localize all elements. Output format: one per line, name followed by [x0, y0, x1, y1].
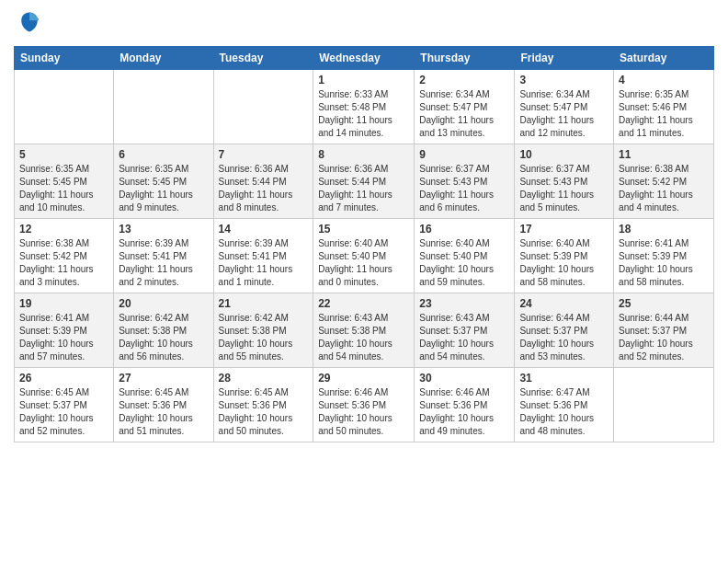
logo-icon	[17, 9, 42, 35]
day-cell: 3Sunrise: 6:34 AM Sunset: 5:47 PM Daylig…	[515, 70, 614, 144]
day-info: Sunrise: 6:39 AM Sunset: 5:41 PM Dayligh…	[119, 237, 208, 289]
day-number: 2	[419, 74, 509, 86]
day-cell: 18Sunrise: 6:41 AM Sunset: 5:39 PM Dayli…	[614, 219, 714, 293]
day-cell: 15Sunrise: 6:40 AM Sunset: 5:40 PM Dayli…	[313, 219, 415, 293]
day-info: Sunrise: 6:45 AM Sunset: 5:37 PM Dayligh…	[19, 386, 108, 438]
day-number: 22	[318, 297, 409, 310]
day-cell: 21Sunrise: 6:42 AM Sunset: 5:38 PM Dayli…	[213, 293, 313, 368]
day-info: Sunrise: 6:37 AM Sunset: 5:43 PM Dayligh…	[419, 163, 509, 214]
day-number: 8	[318, 148, 409, 161]
week-row-4: 19Sunrise: 6:41 AM Sunset: 5:39 PM Dayli…	[15, 293, 714, 368]
day-info: Sunrise: 6:35 AM Sunset: 5:45 PM Dayligh…	[19, 163, 108, 214]
day-number: 30	[419, 372, 509, 385]
day-cell: 9Sunrise: 6:37 AM Sunset: 5:43 PM Daylig…	[415, 144, 515, 219]
day-info: Sunrise: 6:46 AM Sunset: 5:36 PM Dayligh…	[419, 386, 509, 438]
day-info: Sunrise: 6:34 AM Sunset: 5:47 PM Dayligh…	[519, 88, 609, 140]
col-header-tuesday: Tuesday	[213, 47, 313, 70]
day-number: 14	[219, 223, 309, 236]
day-cell: 14Sunrise: 6:39 AM Sunset: 5:41 PM Dayli…	[213, 219, 313, 293]
day-info: Sunrise: 6:38 AM Sunset: 5:42 PM Dayligh…	[19, 237, 108, 289]
week-row-5: 26Sunrise: 6:45 AM Sunset: 5:37 PM Dayli…	[15, 368, 714, 442]
day-cell: 5Sunrise: 6:35 AM Sunset: 5:45 PM Daylig…	[15, 144, 114, 219]
day-cell: 20Sunrise: 6:42 AM Sunset: 5:38 PM Dayli…	[114, 293, 213, 368]
day-cell	[114, 70, 213, 144]
day-cell: 22Sunrise: 6:43 AM Sunset: 5:38 PM Dayli…	[313, 293, 415, 368]
day-number: 11	[619, 148, 709, 161]
day-info: Sunrise: 6:42 AM Sunset: 5:38 PM Dayligh…	[219, 312, 309, 363]
day-info: Sunrise: 6:40 AM Sunset: 5:40 PM Dayligh…	[318, 237, 409, 289]
day-number: 29	[318, 372, 409, 385]
week-row-1: 1Sunrise: 6:33 AM Sunset: 5:48 PM Daylig…	[15, 70, 714, 144]
day-cell: 30Sunrise: 6:46 AM Sunset: 5:36 PM Dayli…	[415, 368, 515, 442]
day-cell: 10Sunrise: 6:37 AM Sunset: 5:43 PM Dayli…	[515, 144, 614, 219]
day-number: 27	[119, 372, 208, 385]
day-cell: 6Sunrise: 6:35 AM Sunset: 5:45 PM Daylig…	[114, 144, 213, 219]
day-number: 20	[119, 297, 208, 310]
day-number: 12	[19, 223, 108, 236]
day-number: 7	[219, 148, 309, 161]
day-cell: 2Sunrise: 6:34 AM Sunset: 5:47 PM Daylig…	[415, 70, 515, 144]
col-header-monday: Monday	[114, 47, 213, 70]
day-info: Sunrise: 6:40 AM Sunset: 5:39 PM Dayligh…	[519, 237, 609, 289]
col-header-sunday: Sunday	[15, 47, 114, 70]
day-number: 9	[419, 148, 509, 161]
day-info: Sunrise: 6:36 AM Sunset: 5:44 PM Dayligh…	[318, 163, 409, 214]
day-cell: 1Sunrise: 6:33 AM Sunset: 5:48 PM Daylig…	[313, 70, 415, 144]
day-number: 31	[519, 372, 609, 385]
day-info: Sunrise: 6:41 AM Sunset: 5:39 PM Dayligh…	[19, 312, 108, 363]
day-number: 10	[519, 148, 609, 161]
day-info: Sunrise: 6:44 AM Sunset: 5:37 PM Dayligh…	[619, 312, 709, 363]
calendar-table: SundayMondayTuesdayWednesdayThursdayFrid…	[14, 46, 714, 442]
day-cell: 26Sunrise: 6:45 AM Sunset: 5:37 PM Dayli…	[15, 368, 114, 442]
day-number: 23	[419, 297, 509, 310]
day-number: 24	[519, 297, 609, 310]
day-info: Sunrise: 6:39 AM Sunset: 5:41 PM Dayligh…	[219, 237, 309, 289]
week-row-2: 5Sunrise: 6:35 AM Sunset: 5:45 PM Daylig…	[15, 144, 714, 219]
day-cell: 27Sunrise: 6:45 AM Sunset: 5:36 PM Dayli…	[114, 368, 213, 442]
day-info: Sunrise: 6:42 AM Sunset: 5:38 PM Dayligh…	[119, 312, 208, 363]
day-number: 19	[19, 297, 108, 310]
day-cell: 23Sunrise: 6:43 AM Sunset: 5:37 PM Dayli…	[415, 293, 515, 368]
day-cell: 7Sunrise: 6:36 AM Sunset: 5:44 PM Daylig…	[213, 144, 313, 219]
day-cell: 31Sunrise: 6:47 AM Sunset: 5:36 PM Dayli…	[515, 368, 614, 442]
day-number: 1	[318, 74, 409, 86]
day-cell: 25Sunrise: 6:44 AM Sunset: 5:37 PM Dayli…	[614, 293, 714, 368]
col-header-thursday: Thursday	[415, 47, 515, 70]
day-number: 15	[318, 223, 409, 236]
col-header-wednesday: Wednesday	[313, 47, 415, 70]
day-cell: 12Sunrise: 6:38 AM Sunset: 5:42 PM Dayli…	[15, 219, 114, 293]
day-cell: 8Sunrise: 6:36 AM Sunset: 5:44 PM Daylig…	[313, 144, 415, 219]
col-header-saturday: Saturday	[614, 47, 714, 70]
day-cell	[213, 70, 313, 144]
header-row: SundayMondayTuesdayWednesdayThursdayFrid…	[15, 47, 714, 70]
day-info: Sunrise: 6:37 AM Sunset: 5:43 PM Dayligh…	[519, 163, 609, 214]
day-cell: 4Sunrise: 6:35 AM Sunset: 5:46 PM Daylig…	[614, 70, 714, 144]
day-number: 3	[519, 74, 609, 86]
day-number: 5	[19, 148, 108, 161]
header	[14, 9, 714, 39]
col-header-friday: Friday	[515, 47, 614, 70]
day-number: 21	[219, 297, 309, 310]
day-info: Sunrise: 6:38 AM Sunset: 5:42 PM Dayligh…	[619, 163, 709, 214]
day-info: Sunrise: 6:43 AM Sunset: 5:38 PM Dayligh…	[318, 312, 409, 363]
day-info: Sunrise: 6:35 AM Sunset: 5:45 PM Dayligh…	[119, 163, 208, 214]
day-number: 16	[419, 223, 509, 236]
day-number: 25	[619, 297, 709, 310]
day-number: 18	[619, 223, 709, 236]
day-cell: 29Sunrise: 6:46 AM Sunset: 5:36 PM Dayli…	[313, 368, 415, 442]
day-cell	[614, 368, 714, 442]
day-cell: 11Sunrise: 6:38 AM Sunset: 5:42 PM Dayli…	[614, 144, 714, 219]
day-info: Sunrise: 6:46 AM Sunset: 5:36 PM Dayligh…	[318, 386, 409, 438]
day-info: Sunrise: 6:35 AM Sunset: 5:46 PM Dayligh…	[619, 88, 709, 140]
day-info: Sunrise: 6:45 AM Sunset: 5:36 PM Dayligh…	[219, 386, 309, 438]
day-number: 6	[119, 148, 208, 161]
day-number: 4	[619, 74, 709, 86]
day-info: Sunrise: 6:47 AM Sunset: 5:36 PM Dayligh…	[519, 386, 609, 438]
day-info: Sunrise: 6:34 AM Sunset: 5:47 PM Dayligh…	[419, 88, 509, 140]
day-info: Sunrise: 6:40 AM Sunset: 5:40 PM Dayligh…	[419, 237, 509, 289]
day-cell: 13Sunrise: 6:39 AM Sunset: 5:41 PM Dayli…	[114, 219, 213, 293]
day-cell: 28Sunrise: 6:45 AM Sunset: 5:36 PM Dayli…	[213, 368, 313, 442]
day-info: Sunrise: 6:43 AM Sunset: 5:37 PM Dayligh…	[419, 312, 509, 363]
day-cell: 17Sunrise: 6:40 AM Sunset: 5:39 PM Dayli…	[515, 219, 614, 293]
day-info: Sunrise: 6:41 AM Sunset: 5:39 PM Dayligh…	[619, 237, 709, 289]
